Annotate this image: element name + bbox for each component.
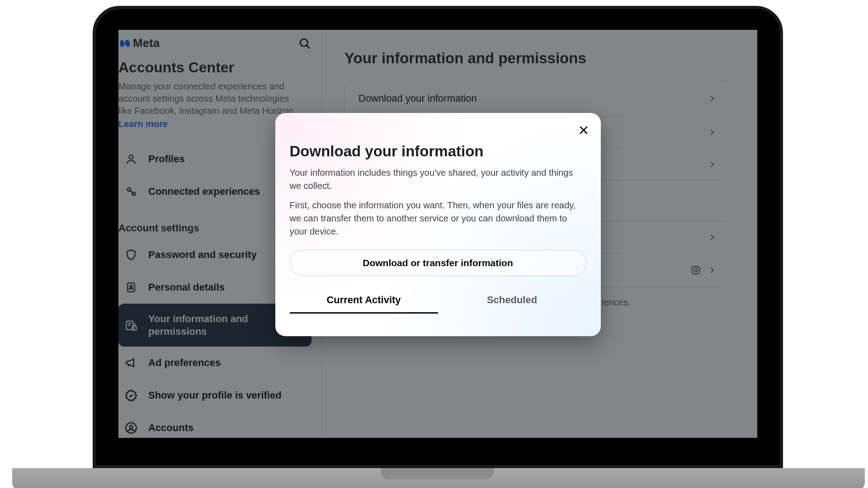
sidebar-item-label: Ad preferences [148, 357, 221, 369]
accounts-center-app: Meta Accounts Center Manage your connect… [118, 30, 757, 438]
sidebar-item-label: Show your profile is verified [148, 389, 282, 402]
sidebar-item-label: Connected experiences [148, 185, 260, 198]
svg-point-13 [698, 267, 698, 268]
profile-icon [124, 152, 138, 166]
row-download-info[interactable]: Download your information [345, 81, 730, 116]
meta-mark-icon [118, 38, 130, 49]
search-icon[interactable] [298, 37, 311, 50]
close-icon[interactable] [574, 120, 594, 140]
verified-badge-icon [124, 388, 138, 403]
sidebar-description: Manage your connected experiences and ac… [118, 80, 311, 117]
chevron-right-icon [708, 266, 716, 274]
laptop-frame: Meta Accounts Center Manage your connect… [93, 6, 783, 468]
instagram-icon [691, 265, 701, 275]
learn-more-link[interactable]: Learn more [118, 119, 168, 129]
sidebar-item-ad-preferences[interactable]: Ad preferences [118, 347, 311, 379]
svg-point-4 [132, 192, 135, 195]
sidebar-item-label: Password and security [148, 249, 257, 261]
tab-scheduled[interactable]: Scheduled [438, 288, 586, 314]
tab-current-activity[interactable]: Current Activity [290, 288, 438, 314]
svg-point-3 [127, 188, 131, 191]
megaphone-icon [124, 356, 138, 370]
connected-icon [124, 184, 138, 199]
document-lock-icon [124, 318, 138, 333]
page-title: Your information and permissions [344, 50, 730, 67]
sidebar-item-verified[interactable]: Show your profile is verified [118, 379, 311, 412]
brand-name: Meta [133, 36, 160, 50]
id-card-icon [124, 280, 138, 295]
laptop-screen: Meta Accounts Center Manage your connect… [118, 30, 757, 438]
modal-paragraph-2: First, choose the information you want. … [290, 199, 586, 238]
chevron-right-icon [708, 94, 716, 103]
sidebar-title: Accounts Center [118, 59, 311, 76]
modal-paragraph-1: Your information includes things you've … [290, 166, 586, 192]
svg-point-12 [694, 268, 697, 272]
sidebar-item-label: Profiles [148, 153, 185, 165]
row-label: Download your information [359, 93, 477, 104]
modal-tabs: Current Activity Scheduled [290, 288, 586, 314]
svg-line-1 [307, 45, 309, 48]
sidebar-item-accounts[interactable]: Accounts [118, 412, 311, 438]
sidebar-item-label: Accounts [148, 422, 193, 434]
svg-point-10 [130, 425, 133, 428]
download-info-modal: Download your information Your informati… [275, 113, 601, 336]
chevron-right-icon [708, 128, 716, 136]
meta-logo[interactable]: Meta [118, 36, 160, 50]
svg-point-6 [130, 285, 132, 287]
shield-icon [124, 248, 138, 262]
account-circle-icon [124, 421, 138, 435]
download-or-transfer-button[interactable]: Download or transfer information [290, 250, 586, 276]
svg-point-2 [129, 155, 133, 159]
laptop-notch [381, 468, 494, 479]
sidebar-item-label: Personal details [148, 281, 225, 294]
chevron-right-icon [708, 160, 716, 169]
modal-title: Download your information [290, 143, 586, 160]
chevron-right-icon [708, 233, 716, 241]
